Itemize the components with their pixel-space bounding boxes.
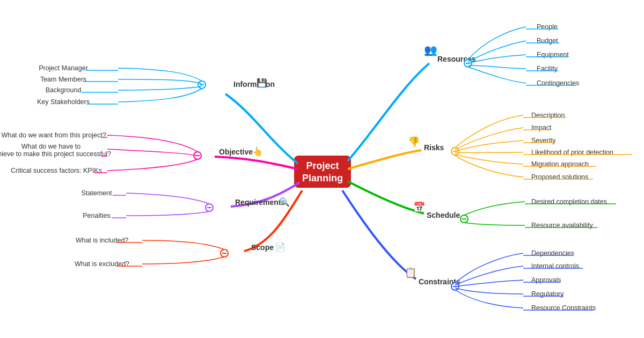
obj-leaf3-label: Critical success factors: KPIKs: [11, 167, 102, 174]
res-leaf4-label: Facility: [537, 65, 558, 72]
risk-leaf3-line: [455, 141, 523, 151]
obj-leaf1-label: What do we want from this project?: [1, 131, 106, 139]
schedule-label: Schedule: [427, 211, 460, 219]
objective-icon: 👆: [252, 146, 263, 157]
sched-leaf1-label: Desired completion dates: [531, 198, 607, 205]
con-leaf4-label: Regulatory: [531, 290, 564, 298]
info-leaf4-line: [118, 89, 202, 102]
req-leaf2-line: [126, 211, 209, 216]
con-leaf4-line: [455, 288, 523, 294]
info-leaf2-label: Team Members: [40, 76, 86, 83]
req-leaf2-label: Penalties: [83, 212, 110, 219]
risk-leaf5-label: Migration approach: [531, 160, 589, 168]
res-leaf3-label: Equipment: [537, 51, 569, 58]
objective-branch-line: [215, 157, 298, 169]
risk-leaf3-label: Severity: [531, 137, 556, 144]
risk-leaf1-line: [455, 115, 523, 148]
res-leaf2-label: Budget: [537, 37, 558, 45]
schedule-icon: 📅: [413, 201, 426, 213]
schedule-branch-line: [348, 181, 424, 214]
res-leaf1-line: [468, 27, 526, 60]
res-leaf4-line: [468, 65, 526, 69]
obj-leaf2-line: [107, 149, 197, 156]
information-icon: 💾: [257, 78, 267, 88]
con-leaf2-label: Internal controls: [531, 262, 579, 270]
risks-icon: 👎: [408, 136, 420, 148]
req-leaf1-label: Statement: [82, 189, 113, 197]
scope-leaf2-label: What is excluded?: [75, 260, 129, 268]
obj-leaf2-label2: achieve to make this project successful?: [0, 150, 111, 158]
info-leaf4-label: Key Stakeholders: [37, 98, 90, 106]
obj-leaf2-label1: What do we have to: [21, 143, 81, 150]
requirements-label: Requirements: [235, 198, 286, 207]
scope-leaf1-line: [142, 240, 224, 249]
risk-leaf4-label: Likelihood of prior detection: [531, 149, 613, 156]
con-leaf3-label: Approvals: [531, 276, 561, 284]
info-leaf2-line: [118, 79, 202, 84]
res-leaf5-line: [468, 67, 526, 83]
risks-label: Risks: [424, 143, 444, 152]
requirements-icon: 🔍: [279, 197, 290, 207]
obj-leaf1-line: [107, 135, 197, 152]
con-leaf5-line: [455, 290, 523, 308]
sched-leaf2-label: Resource availability: [531, 222, 593, 229]
information-label: Information: [233, 80, 275, 89]
risk-leaf6-label: Proposed solutions: [531, 173, 588, 181]
info-leaf3-label: Background: [46, 86, 82, 94]
risk-leaf5-line: [455, 155, 523, 164]
risk-leaf2-line: [455, 128, 523, 150]
con-leaf5-label: Resource Constraints: [531, 304, 596, 312]
risk-leaf4-line: [455, 152, 523, 153]
scope-leaf1-label: What is included?: [76, 237, 129, 244]
constraints-branch-line: [342, 190, 416, 279]
resources-icon: 👥: [424, 43, 437, 56]
res-leaf1-label: People: [537, 23, 558, 31]
risk-leaf6-line: [455, 156, 523, 177]
info-leaf3-line: [118, 86, 202, 90]
sched-leaf2-line: [464, 223, 525, 225]
risk-leaf2-label: Impact: [531, 124, 552, 131]
scope-icon: 📄: [275, 242, 286, 252]
scope-leaf2-line: [142, 257, 224, 264]
risks-branch-line: [348, 150, 421, 169]
scope-label: Scope: [251, 243, 274, 252]
risk-leaf1-label: Description: [531, 112, 565, 119]
objective-label: Objective: [219, 148, 253, 156]
res-leaf3-line: [468, 55, 526, 63]
center-label-line1: Project: [306, 160, 339, 171]
mindmap-svg: Project Planning Information 💾 Project M…: [0, 0, 644, 338]
con-leaf1-label: Dependencies: [531, 249, 574, 257]
res-leaf5-label: Contingencies: [537, 79, 579, 87]
info-leaf1-label: Project Manager: [39, 64, 88, 72]
center-label-line2: Planning: [302, 173, 343, 183]
constraints-icon: 📋: [405, 267, 417, 278]
con-leaf1-line: [455, 253, 523, 283]
req-leaf1-line: [126, 193, 209, 204]
sched-leaf1-line: [464, 202, 525, 215]
obj-leaf3-line: [107, 159, 197, 171]
